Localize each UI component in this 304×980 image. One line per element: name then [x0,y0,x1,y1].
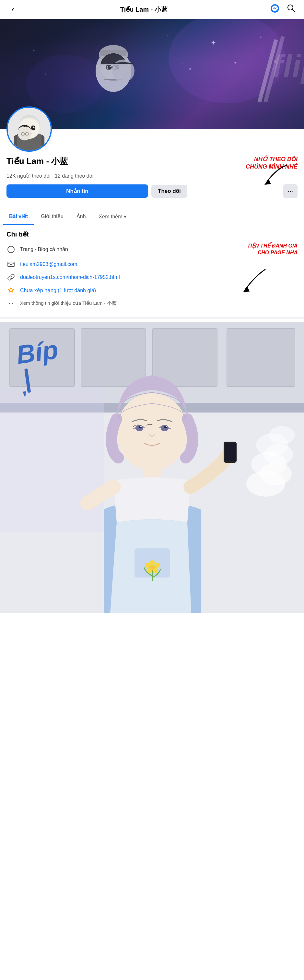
details-title: Chi tiết [6,231,298,238]
svg-rect-50 [0,387,104,532]
manga-illustration: Bíp [0,322,304,613]
svg-point-66 [136,425,143,431]
detail-row-page: i Trang · Blog cá nhân TIỆN THỂ ĐÁNH GIÁ… [6,243,298,256]
profile-stats: 12K người theo dõi · 12 đang theo dõi [6,173,298,179]
rating-annotation: TIỆN THỂ ĐÁNH GIÁCHO PAGE NHA [247,243,298,256]
message-button[interactable]: Nhắn tin [6,185,148,198]
svg-point-56 [269,426,295,444]
svg-line-2 [292,10,294,12]
svg-point-65 [116,393,188,471]
manga-post: Bíp [0,322,304,613]
svg-rect-48 [227,328,295,387]
website-text[interactable]: dualeotruyen1s.com/nhom-dich-17952.html [20,274,120,280]
detail-row-email: tieulam2903@gmail.com [6,260,298,269]
svg-text:✦: ✦ [234,60,237,65]
svg-point-34 [18,127,31,140]
post-section: Bíp [0,322,304,613]
svg-point-76 [153,568,158,573]
more-options-button[interactable]: ··· [283,184,298,198]
stats-separator: · [52,173,55,178]
more-dots-icon: ··· [6,299,16,308]
avatar-image [8,108,51,150]
svg-point-31 [31,126,35,130]
svg-text:✦: ✦ [188,66,192,72]
header: ‹ Tiểu Lam - 小蓝 [0,0,304,19]
svg-point-0 [270,4,279,13]
manga-image: Bíp [0,322,304,613]
profile-name-row: Tiểu Lam - 小蓝 NHỚ THEO DÕICHÚNG MÌNH NHÉ [6,156,298,171]
svg-point-75 [155,563,160,568]
svg-point-4 [26,55,104,113]
svg-point-71 [166,426,167,427]
action-buttons: Nhắn tin Theo dõi ··· [6,184,298,198]
more-info-text[interactable]: Xem thông tin giới thiệu của Tiểu Lam - … [20,300,117,306]
svg-point-67 [161,425,168,431]
svg-rect-46 [81,328,146,387]
svg-text:Bíp: Bíp [14,335,60,369]
svg-text:✦: ✦ [259,35,262,40]
svg-text:i: i [10,247,12,252]
svg-point-70 [140,426,142,427]
svg-rect-41 [8,262,14,267]
avatar [6,107,52,152]
tabs-bar: Bài viết Giới thiệu Ảnh Xem thêm ▾ [0,209,304,225]
star-icon [6,286,16,295]
svg-marker-38 [264,179,271,185]
svg-point-78 [145,563,150,568]
details-section: Chi tiết i Trang · Blog cá nhân TIỆN THỂ… [0,225,304,320]
page-title: Tiểu Lam - 小蓝 [19,5,268,14]
detail-row-website: dualeotruyen1s.com/nhom-dich-17952.html [6,273,298,282]
page-type-text: Trang · Blog cá nhân [20,247,68,252]
messenger-icon[interactable] [268,4,281,15]
header-actions [268,4,298,15]
profile-name: Tiểu Lam - 小蓝 [6,156,68,167]
svg-point-74 [150,560,155,566]
email-text[interactable]: tieulam2903@gmail.com [20,261,77,267]
rating-text[interactable]: Chưa xếp hạng (1 lượt đánh giá) [20,287,96,293]
email-icon [6,260,16,269]
tab-baiviet[interactable]: Bài viết [3,209,34,225]
detail-row-more: ··· Xem thông tin giới thiệu của Tiểu La… [6,299,298,308]
following-count: 12 đang theo dõi [55,173,93,178]
svg-rect-63 [225,443,235,461]
follow-annotation: NHỚ THEO DÕICHÚNG MÌNH NHÉ [246,156,298,171]
svg-marker-42 [243,286,250,292]
tab-gioithieu[interactable]: Giới thiệu [35,209,69,225]
svg-point-33 [33,127,35,128]
search-icon[interactable] [285,4,298,15]
back-button[interactable]: ‹ [6,5,19,14]
followers-count: 12K người theo dõi [6,173,51,178]
info-icon: i [6,245,16,254]
tab-anh[interactable]: Ảnh [70,209,92,225]
svg-text:flip: flip [272,48,304,84]
follow-button[interactable]: Theo dõi [151,185,187,198]
detail-row-rating: Chưa xếp hạng (1 lượt đánh giá) [6,286,298,295]
avatar-container [6,107,298,152]
svg-text:✦: ✦ [32,49,35,52]
link-icon [6,273,16,282]
profile-section: Tiểu Lam - 小蓝 NHỚ THEO DÕICHÚNG MÌNH NHÉ… [0,107,304,209]
tab-xemthem[interactable]: Xem thêm ▾ [93,209,132,225]
svg-text:✦: ✦ [211,39,216,46]
chevron-down-icon: ▾ [124,213,126,220]
